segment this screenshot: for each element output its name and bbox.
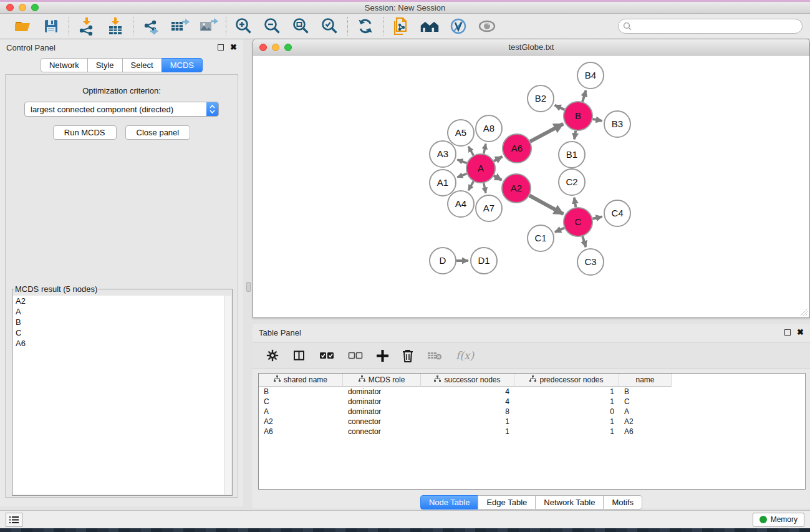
- table-cell[interactable]: 1: [514, 427, 619, 436]
- close-panel-button[interactable]: Close panel: [125, 125, 191, 140]
- open-session-icon[interactable]: [12, 16, 32, 36]
- table-row[interactable]: Bdominator41B: [259, 387, 805, 397]
- result-list-scrollbar[interactable]: [225, 296, 231, 495]
- run-mcds-button[interactable]: Run MCDS: [53, 125, 117, 140]
- table-cell[interactable]: connector: [343, 427, 421, 436]
- float-panel-icon[interactable]: [218, 44, 224, 51]
- mcds-result-item[interactable]: A: [13, 306, 224, 317]
- table-row[interactable]: A2connector11A2: [259, 417, 805, 427]
- eye-icon[interactable]: [477, 16, 497, 36]
- table-row[interactable]: Adominator80A: [259, 407, 805, 417]
- table-cell[interactable]: 8: [421, 407, 514, 416]
- memory-button[interactable]: Memory: [753, 513, 804, 527]
- edge-A-A3[interactable]: [457, 160, 466, 163]
- edge-A-A5[interactable]: [468, 147, 473, 155]
- table-cell[interactable]: A: [619, 407, 672, 416]
- edge-B-B2[interactable]: [555, 105, 565, 110]
- edge-C-C3[interactable]: [582, 236, 586, 247]
- task-history-button[interactable]: [6, 513, 22, 527]
- add-column-icon[interactable]: [377, 350, 388, 362]
- optimization-criterion-dropdown[interactable]: largest connected component (directed): [24, 102, 219, 117]
- show-column-icon[interactable]: [292, 349, 306, 362]
- table-cell[interactable]: connector: [343, 417, 421, 426]
- close-panel-icon[interactable]: ✖: [230, 44, 237, 51]
- save-session-icon[interactable]: [41, 16, 61, 36]
- deselect-all-checkboxes-icon[interactable]: [348, 351, 363, 360]
- panel-splitter-handle[interactable]: [246, 282, 251, 292]
- tab-network-table[interactable]: Network Table: [535, 495, 604, 510]
- table-cell[interactable]: dominator: [343, 407, 421, 416]
- column-header-successor-nodes[interactable]: successor nodes: [421, 374, 514, 387]
- zoom-in-icon[interactable]: [234, 16, 254, 36]
- delete-column-icon[interactable]: [402, 349, 413, 362]
- tab-node-table[interactable]: Node Table: [420, 495, 479, 510]
- table-cell[interactable]: 4: [421, 387, 514, 396]
- export-table-icon[interactable]: [170, 16, 190, 36]
- edge-A-A8[interactable]: [484, 144, 486, 154]
- resize-grip-icon[interactable]: [800, 308, 808, 316]
- edge-A-A1[interactable]: [457, 174, 466, 178]
- table-cell[interactable]: 4: [421, 397, 514, 406]
- edge-A-A4[interactable]: [468, 181, 473, 190]
- table-cell[interactable]: 0: [514, 407, 619, 416]
- zoom-selected-icon[interactable]: [320, 16, 340, 36]
- tab-network[interactable]: Network: [41, 58, 88, 72]
- network-window-titlebar[interactable]: testGlobe.txt: [253, 39, 809, 56]
- column-header-shared-name[interactable]: shared name: [259, 374, 343, 387]
- edge-A-A2[interactable]: [494, 176, 502, 180]
- edge-C-C2[interactable]: [574, 198, 576, 208]
- node-table[interactable]: shared nameMCDS rolesuccessor nodesprede…: [258, 373, 806, 490]
- zoom-out-icon[interactable]: [263, 16, 282, 36]
- import-table-icon[interactable]: [105, 16, 125, 36]
- zoom-fit-icon[interactable]: [291, 16, 311, 36]
- export-image-icon[interactable]: [198, 16, 218, 36]
- table-cell[interactable]: B: [619, 387, 672, 396]
- mcds-result-item[interactable]: B: [13, 317, 224, 327]
- select-all-checkboxes-icon[interactable]: [319, 351, 334, 360]
- table-options-gear-icon[interactable]: [266, 349, 279, 362]
- tab-edge-table[interactable]: Edge Table: [478, 495, 536, 510]
- table-cell[interactable]: 1: [514, 417, 619, 426]
- table-cell[interactable]: A6: [619, 427, 672, 436]
- tab-mcds[interactable]: MCDS: [162, 58, 203, 72]
- network-graph[interactable]: B4B2BB3A8A5A6A3B1AC2A1A2A4A7C4CC1DD1C3: [253, 56, 809, 318]
- edge-A-A7[interactable]: [484, 183, 486, 193]
- tab-motifs[interactable]: Motifs: [603, 495, 642, 510]
- table-row[interactable]: A6connector11A6: [259, 427, 805, 437]
- table-cell[interactable]: dominator: [343, 397, 421, 406]
- table-cell[interactable]: 1: [421, 427, 514, 436]
- delete-table-icon[interactable]: [427, 351, 442, 360]
- edge-C-C4[interactable]: [592, 216, 602, 218]
- mcds-result-item[interactable]: A2: [13, 296, 224, 306]
- table-cell[interactable]: A6: [259, 427, 343, 436]
- table-cell[interactable]: C: [619, 397, 672, 406]
- table-cell[interactable]: C: [259, 397, 343, 406]
- table-cell[interactable]: A2: [259, 417, 343, 426]
- table-cell[interactable]: A2: [619, 417, 672, 426]
- column-header-name[interactable]: name: [619, 374, 672, 387]
- column-header-mcds-role[interactable]: MCDS role: [343, 374, 421, 387]
- import-network-icon[interactable]: [77, 16, 97, 36]
- hide-graphics-details-icon[interactable]: [448, 16, 468, 36]
- table-cell[interactable]: 1: [421, 417, 514, 426]
- first-neighbors-icon[interactable]: [391, 16, 411, 36]
- mcds-result-item[interactable]: C: [13, 327, 224, 338]
- float-table-panel-icon[interactable]: [784, 329, 791, 336]
- network-overview-icon[interactable]: [420, 16, 440, 36]
- edge-B-B1[interactable]: [574, 131, 576, 140]
- search-input[interactable]: [618, 19, 803, 34]
- mcds-result-item[interactable]: A6: [13, 338, 224, 349]
- column-header-predecessor-nodes[interactable]: predecessor nodes: [514, 374, 619, 387]
- refresh-view-icon[interactable]: [355, 16, 375, 36]
- edge-C-C1[interactable]: [555, 228, 564, 233]
- tab-select[interactable]: Select: [122, 58, 162, 72]
- edge-A-A6[interactable]: [494, 157, 502, 161]
- network-canvas[interactable]: B4B2BB3A8A5A6A3B1AC2A1A2A4A7C4CC1DD1C3: [253, 56, 809, 317]
- table-row[interactable]: Cdominator41C: [259, 397, 805, 407]
- table-cell[interactable]: B: [259, 387, 343, 396]
- edge-A6-B[interactable]: [530, 124, 563, 142]
- export-network-icon[interactable]: [141, 16, 161, 36]
- function-builder-icon[interactable]: f(x): [456, 349, 474, 362]
- edge-A2-C[interactable]: [529, 196, 563, 215]
- close-table-panel-icon[interactable]: ✖: [797, 329, 804, 336]
